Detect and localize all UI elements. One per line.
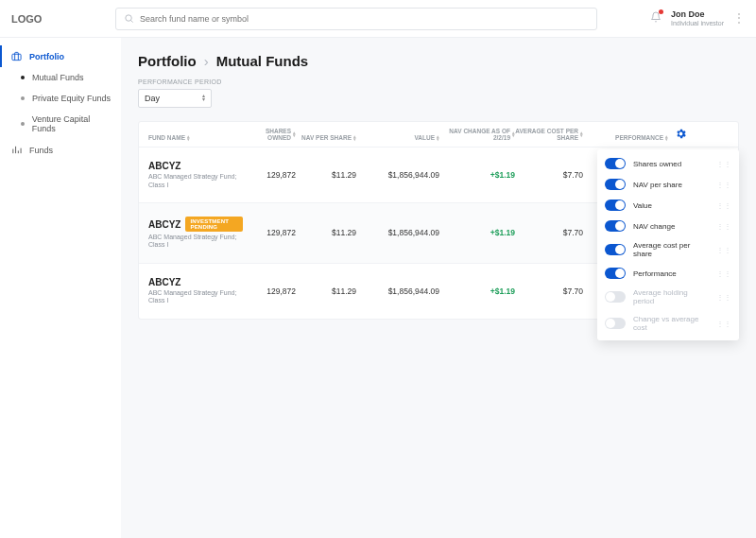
svg-line-1 [130,20,132,22]
fund-ticker: ABCYZ [148,161,180,171]
breadcrumb-root[interactable]: Portfolio [138,53,197,69]
sidebar-item-pe-funds[interactable]: Private Equity Funds [0,88,121,109]
breadcrumb-current: Mutual Funds [216,53,309,69]
cell-avg: $7.70 [515,228,583,237]
sort-icon [187,135,190,141]
performance-period-select[interactable]: Day ▴▾ [138,89,212,108]
toggle-label: Performance [633,269,677,278]
breadcrumb: Portfolio › Mutual Funds [138,53,739,69]
app-header: LOGO Jon Doe Individual investor ⋮ [0,0,756,38]
col-fund-name[interactable]: FUND NAME [148,134,243,141]
sidebar-label: Private Equity Funds [32,94,111,103]
cell-shares: 129,872 [243,286,296,296]
sidebar-item-portfolio[interactable]: Portfolio [0,45,121,67]
fund-full-name: ABC Managed Strategy Fund; Class I [148,234,243,250]
user-menu[interactable]: Jon Doe Individual investor [671,10,724,27]
fund-full-name: ABC Managed Strategy Fund; Class I [148,173,243,189]
select-arrows-icon: ▴▾ [202,95,205,101]
sidebar-item-mutual-funds[interactable]: Mutual Funds [0,67,121,88]
toggle-switch[interactable] [605,268,626,279]
toggle-switch[interactable] [605,200,626,211]
cell-avg: $7.70 [515,170,583,180]
toggle-label: NAV per share [633,181,682,189]
bullet-icon [21,76,25,79]
column-settings-button[interactable] [668,128,687,141]
notifications-icon[interactable] [650,11,662,25]
gear-icon [675,128,687,140]
sidebar-label: Mutual Funds [32,73,84,82]
col-shares[interactable]: SHARES OWNED [243,128,296,141]
toggle-label: Shares owned [633,160,681,168]
sidebar-label: Venture Capital Funds [32,114,112,133]
toggle-switch[interactable] [605,158,626,169]
cell-change: +$1.19 [439,170,515,180]
toggle-label: NAV change [633,222,675,231]
select-value: Day [145,94,160,103]
toggle-label: Change vs average cost [633,315,709,332]
col-value[interactable]: VALUE [356,134,439,141]
toggle-switch[interactable] [605,318,626,329]
drag-handle-icon[interactable]: ⋮⋮ [716,246,731,254]
col-change[interactable]: NAV CHANGE AS OF 2/2/19 [439,128,515,141]
chevron-right-icon: › [204,53,209,69]
column-toggle-item[interactable]: NAV per share ⋮⋮ [597,174,739,195]
more-icon[interactable]: ⋮ [733,12,745,24]
drag-handle-icon[interactable]: ⋮⋮ [716,320,731,328]
cell-change: +$1.19 [439,228,515,237]
cell-value: $1,856,944.09 [356,170,439,180]
col-nav[interactable]: NAV PER SHARE [296,134,356,141]
column-toggle-item[interactable]: Change vs average cost ⋮⋮ [597,310,739,337]
toggle-label: Value [633,201,652,210]
cell-change: +$1.19 [439,286,515,296]
drag-handle-icon[interactable]: ⋮⋮ [716,293,731,302]
fund-full-name: ABC Managed Strategy Fund; Class I [148,289,243,305]
drag-handle-icon[interactable]: ⋮⋮ [716,181,731,189]
cell-shares: 129,872 [243,170,296,180]
toggle-switch[interactable] [605,179,626,190]
column-toggle-item[interactable]: Value ⋮⋮ [597,195,739,216]
cell-fund: ABCYZ ABC Managed Strategy Fund; Class I [148,161,243,189]
toggle-switch[interactable] [605,244,626,255]
col-avg[interactable]: AVERAGE COST PER SHARE [515,128,583,141]
user-role: Individual investor [671,20,724,27]
chart-icon [11,145,22,155]
main-content: Portfolio › Mutual Funds PERFORMANCE PER… [121,38,756,538]
cell-shares: 129,872 [243,228,296,237]
column-toggle-item[interactable]: Average holding period ⋮⋮ [597,284,739,310]
svg-rect-2 [12,54,21,60]
svg-point-0 [126,15,131,21]
cell-nav: $11.29 [296,228,356,237]
sidebar-item-vc-funds[interactable]: Venture Capital Funds [0,109,121,139]
drag-handle-icon[interactable]: ⋮⋮ [716,160,731,168]
search-input[interactable] [140,14,589,24]
logo: LOGO [11,13,115,25]
column-toggle-item[interactable]: Performance ⋮⋮ [597,263,739,284]
toggle-switch[interactable] [605,291,626,303]
column-settings-popover: Shares owned ⋮⋮ NAV per share ⋮⋮ Value ⋮… [597,149,739,340]
sidebar: Portfolio Mutual Funds Private Equity Fu… [0,38,121,538]
toggle-label: Average holding period [633,288,709,305]
cell-nav: $11.29 [296,170,356,180]
cell-fund: ABCYZ ABC Managed Strategy Fund; Class I [148,277,243,305]
search-box[interactable] [115,8,597,30]
drag-handle-icon[interactable]: ⋮⋮ [716,201,731,210]
toggle-switch[interactable] [605,220,626,232]
bullet-icon [21,96,25,100]
drag-handle-icon[interactable]: ⋮⋮ [716,269,731,278]
bullet-icon [21,122,25,126]
column-toggle-item[interactable]: Shares owned ⋮⋮ [597,153,739,174]
pending-badge: INVESTMENT PENDING [185,217,243,232]
sidebar-label: Funds [29,146,53,155]
drag-handle-icon[interactable]: ⋮⋮ [716,222,731,231]
column-toggle-item[interactable]: Average cost per share ⋮⋮ [597,236,739,263]
search-icon [124,13,134,24]
fund-ticker: ABCYZ [148,219,180,230]
col-perf[interactable]: PERFORMANCE [583,134,668,141]
sidebar-item-funds[interactable]: Funds [0,139,121,161]
sidebar-label: Portfolio [29,52,64,61]
cell-fund: ABCYZINVESTMENT PENDING ABC Managed Stra… [148,217,243,250]
cell-value: $1,856,944.09 [356,286,439,296]
column-toggle-item[interactable]: NAV change ⋮⋮ [597,216,739,236]
toggle-label: Average cost per share [633,241,709,258]
cell-value: $1,856,944.09 [356,228,439,237]
